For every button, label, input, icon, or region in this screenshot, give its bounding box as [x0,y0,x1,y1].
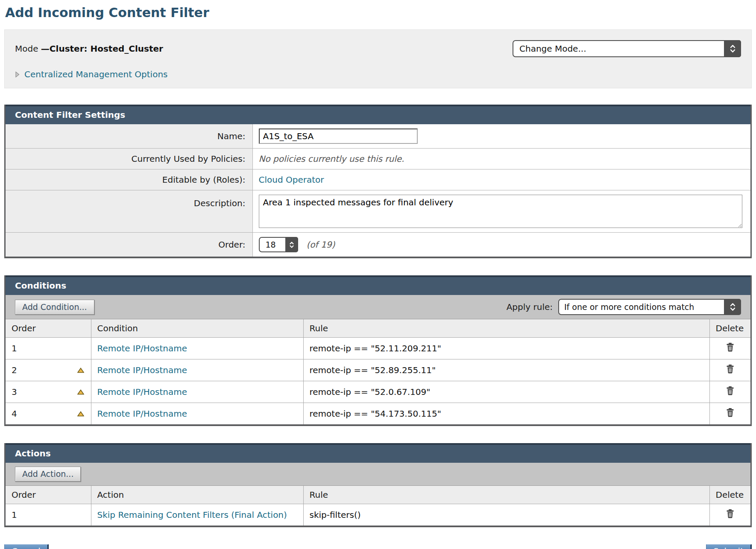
condition-delete-cell [709,403,750,425]
order-row: Order: 18 (of 19) [6,233,750,257]
action-order-number: 1 [12,510,17,520]
cancel-button[interactable]: Cancel [4,544,49,549]
mode-text: Mode —Cluster: Hosted_Cluster [15,44,163,54]
page: Add Incoming Content Filter Mode —Cluste… [0,0,756,549]
move-up-button[interactable] [76,411,85,417]
policies-value: No policies currently use this rule. [259,154,404,164]
condition-row: 4Remote IP/Hostnameremote-ip == "54.173.… [6,403,750,425]
condition-row: 1Remote IP/Hostnameremote-ip == "52.11.2… [6,338,750,359]
editable-roles-label: Editable by (Roles): [6,169,252,190]
up-arrow-icon [77,368,84,373]
action-cell: Skip Remaining Content Filters (Final Ac… [91,504,303,526]
order-wrap: 18 (of 19) [259,237,745,252]
col-header-order: Order [6,319,91,338]
condition-link[interactable]: Remote IP/Hostname [97,387,187,397]
description-row: Description: Area 1 inspected messages f… [6,190,750,233]
submit-button[interactable]: Submit [706,544,752,549]
content-filter-settings-table: Name: Currently Used by Policies: No pol… [6,124,750,257]
up-arrow-icon [77,389,84,395]
delete-button[interactable] [726,342,735,352]
action-link[interactable]: Skip Remaining Content Filters (Final Ac… [97,510,287,520]
apply-rule-label: Apply rule: [507,302,553,312]
content-filter-settings-panel: Content Filter Settings Name: Currently … [4,105,752,258]
action-delete-cell [709,504,750,526]
condition-order-cell: 2 [6,359,91,381]
condition-delete-cell [709,359,750,381]
policies-label: Currently Used by Policies: [6,149,252,169]
page-title: Add Incoming Content Filter [5,5,752,20]
conditions-header-row: Order Condition Rule Delete [6,319,750,338]
col-header-delete: Delete [709,319,750,338]
condition-link[interactable]: Remote IP/Hostname [97,365,187,375]
conditions-toolbar: Add Condition... Apply rule: If one or m… [6,295,750,319]
trash-icon [726,386,735,396]
condition-rule: remote-ip == "52.89.255.11" [303,359,709,381]
condition-link[interactable]: Remote IP/Hostname [97,343,187,353]
condition-row: 3Remote IP/Hostnameremote-ip == "52.0.67… [6,381,750,403]
conditions-panel: Conditions Add Condition... Apply rule: … [4,275,752,426]
condition-rule: remote-ip == "54.173.50.115" [303,403,709,425]
mode-panel: Mode —Cluster: Hosted_Cluster Change Mod… [4,29,752,88]
policies-row: Currently Used by Policies: No policies … [6,149,750,169]
up-arrow-icon [77,411,84,417]
trash-icon [726,408,735,418]
description-textarea[interactable]: Area 1 inspected messages for final deli… [259,195,742,228]
order-of-text: (of 19) [307,239,335,250]
order-cell-content: 1 [12,343,85,353]
delete-button[interactable] [726,509,735,519]
change-mode-select-wrap: Change Mode... [513,40,741,57]
editable-roles-row: Editable by (Roles): Cloud Operator [6,169,750,190]
condition-order-cell: 1 [6,338,91,359]
action-rule: skip-filters() [303,504,709,526]
trash-icon [726,509,735,519]
mode-value: —Cluster: Hosted_Cluster [41,44,163,54]
add-action-button[interactable]: Add Action... [15,467,81,482]
name-row: Name: [6,124,750,149]
col-header-delete: Delete [709,486,750,504]
conditions-table: Order Condition Rule Delete 1Remote IP/H… [6,319,750,424]
condition-order-number: 1 [12,343,17,353]
condition-link[interactable]: Remote IP/Hostname [97,409,187,419]
move-up-button[interactable] [76,389,85,395]
actions-toolbar: Add Action... [6,463,750,486]
order-select[interactable]: 18 [259,237,298,252]
condition-order-cell: 4 [6,403,91,425]
apply-rule-select[interactable]: If one or more conditions match [558,299,741,315]
delete-button[interactable] [726,408,735,418]
condition-cell: Remote IP/Hostname [91,403,303,425]
condition-order-number: 2 [12,365,17,375]
condition-cell: Remote IP/Hostname [91,359,303,381]
condition-row: 2Remote IP/Hostnameremote-ip == "52.89.2… [6,359,750,381]
disclosure-triangle-icon[interactable] [15,71,20,78]
action-row: 1Skip Remaining Content Filters (Final A… [6,504,750,526]
trash-icon [726,364,735,374]
action-order-cell: 1 [6,504,91,526]
move-up-button[interactable] [76,368,85,373]
order-cell-content: 4 [12,409,85,419]
condition-cell: Remote IP/Hostname [91,381,303,403]
name-input[interactable] [259,128,418,144]
editable-roles-link[interactable]: Cloud Operator [259,175,324,185]
order-label: Order: [6,233,252,257]
condition-order-number: 3 [12,387,17,397]
condition-rule: remote-ip == "52.11.209.211" [303,338,709,359]
col-header-order: Order [6,486,91,504]
centralized-management-link[interactable]: Centralized Management Options [24,69,168,79]
condition-delete-cell [709,381,750,403]
delete-button[interactable] [726,386,735,396]
condition-rule: remote-ip == "52.0.67.109" [303,381,709,403]
apply-rule-group: Apply rule: If one or more conditions ma… [507,299,741,315]
order-cell-content: 3 [12,387,85,397]
delete-button[interactable] [726,364,735,374]
change-mode-select[interactable]: Change Mode... [513,40,741,57]
name-label: Name: [6,124,252,149]
actions-header: Actions [6,443,750,463]
condition-order-number: 4 [12,409,17,419]
order-cell-content: 2 [12,365,85,375]
col-header-condition: Condition [91,319,303,338]
condition-cell: Remote IP/Hostname [91,338,303,359]
mode-row: Mode —Cluster: Hosted_Cluster Change Mod… [15,40,741,57]
order-select-wrap: 18 [259,237,298,252]
add-condition-button[interactable]: Add Condition... [15,300,94,315]
description-label: Description: [6,190,252,233]
